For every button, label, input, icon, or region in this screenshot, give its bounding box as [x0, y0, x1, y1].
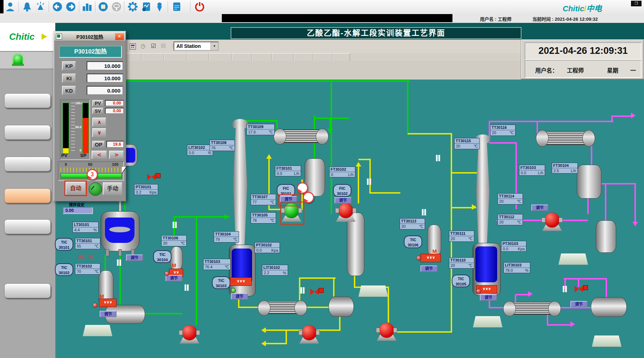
controller-tag[interactable]: TIC30105 [452, 275, 470, 287]
drum-v30108[interactable] [591, 297, 627, 317]
controller-tag[interactable]: TIC30101 [55, 238, 73, 251]
alarm-beacon-icon[interactable] [35, 1, 46, 12]
alarm-column-header[interactable] [252, 53, 272, 61]
trend-report-icon[interactable] [141, 1, 151, 12]
reactor-r30101[interactable] [101, 205, 139, 251]
condenser-e30106[interactable] [511, 302, 553, 315]
station-filter-select[interactable]: All Station ▼ [174, 42, 219, 51]
action-button[interactable] [83, 325, 112, 336]
adjust-button[interactable]: 调节 [100, 311, 117, 317]
controller-tag[interactable]: TIC30106 [404, 235, 422, 248]
decrease-button[interactable]: ∨ [92, 128, 106, 137]
pump-p30106[interactable] [544, 212, 560, 228]
op-decrement-button[interactable]: < [92, 151, 107, 159]
sidebar-nav-button[interactable] [4, 157, 51, 171]
instrument-tag[interactable]: TT30110 20℃ [449, 257, 474, 269]
instrument-tag[interactable]: TT30104 79℃ [214, 231, 239, 243]
pid-param-value[interactable]: 10.000 [87, 74, 123, 83]
user-icon[interactable] [5, 1, 15, 12]
op-increment-button[interactable]: > [109, 151, 124, 159]
instrument-tag[interactable]: LT30101 4.4% [73, 222, 99, 233]
instrument-tag[interactable]: TT30101 55℃ [75, 238, 100, 249]
drum-v30106[interactable] [577, 165, 601, 199]
alarm-column-header[interactable] [272, 53, 294, 61]
popup-titlebar[interactable]: P30102加热 × [54, 32, 125, 41]
instrument-tag[interactable]: TT30103 76.4℃ [203, 259, 231, 270]
valve-mv30101[interactable] [147, 174, 156, 180]
instrument-tag[interactable]: TT30116 20℃ [490, 125, 515, 136]
instrument-tag[interactable]: TT30115 20℃ [454, 138, 480, 149]
alarm-column-header[interactable] [232, 53, 252, 61]
tank-v30107[interactable] [596, 220, 616, 253]
instrument-tag[interactable]: TT30111 20℃ [449, 231, 474, 242]
pump-p30104[interactable] [301, 325, 317, 340]
chevron-down-icon[interactable]: ▼ [211, 42, 218, 50]
drum-v30105[interactable] [329, 296, 354, 317]
instrument-tag[interactable]: PT30101 0.2Kpa [134, 184, 158, 195]
instrument-tag[interactable]: TT30109 17.6℃ [246, 124, 275, 135]
valve-mv30102[interactable] [310, 289, 319, 295]
instrument-tag[interactable]: TT30105 78℃ [251, 212, 276, 224]
alarm-column-header[interactable] [313, 53, 332, 61]
alarm-column-header[interactable] [332, 53, 350, 61]
adjust-button[interactable]: 调节 [126, 255, 143, 261]
window-restore-icon[interactable]: ❐ [631, 1, 642, 6]
pid-param-value[interactable]: 0.000 [87, 86, 123, 95]
condenser-e30102[interactable] [282, 130, 320, 143]
pid-param-value[interactable]: 10.000 [87, 61, 123, 70]
sidebar-nav-button[interactable] [4, 283, 51, 298]
stop-icon[interactable] [98, 1, 108, 12]
action-button[interactable] [358, 285, 388, 297]
pump-p30105[interactable] [379, 322, 394, 338]
column-t30102-stack[interactable] [475, 142, 490, 246]
condenser-e30103[interactable] [266, 301, 299, 314]
stir-setpoint-value[interactable]: 0.00 [63, 207, 93, 214]
action-button[interactable] [558, 253, 588, 265]
alarm-column-header[interactable] [187, 53, 209, 61]
checkbox-checked-icon[interactable]: ☑ [150, 43, 157, 50]
auto-mode-button[interactable]: 自动 [65, 182, 86, 195]
adjust-button[interactable]: 调节 [165, 275, 182, 281]
controller-tag[interactable]: TIC30104 [153, 250, 171, 263]
instrument-tag[interactable]: PT30102 0.0Kpa [255, 242, 280, 253]
checkbox-cross-icon[interactable]: ☒ [160, 43, 167, 50]
sv-value[interactable]: 0.00 [105, 108, 124, 114]
op-value[interactable]: 19.6 [106, 141, 124, 148]
instrument-tag[interactable]: TT30107 77℃ [251, 194, 276, 205]
adjust-button[interactable]: 调节 [480, 294, 497, 301]
valve-mv30103[interactable] [575, 286, 583, 292]
manual-mode-button[interactable]: 手动 [103, 182, 123, 195]
adjust-button[interactable]: 调节 [420, 265, 437, 272]
sidebar-nav-button[interactable] [4, 219, 51, 234]
action-button[interactable] [592, 335, 621, 347]
controller-tag[interactable]: TIC30103 [212, 276, 230, 289]
bar-chart-icon[interactable] [82, 1, 92, 12]
instrument-tag[interactable]: PT30103 0.0Kpa [501, 241, 526, 252]
adjust-button[interactable]: 调节 [334, 197, 351, 203]
instrument-tag[interactable]: TT30106 20℃ [161, 235, 187, 246]
instrument-tag[interactable]: FT30102 0L/h [329, 167, 355, 177]
alarm-bell-icon[interactable] [22, 1, 32, 12]
instrument-tag[interactable]: LIT30102 0.0% [187, 145, 213, 156]
close-icon[interactable]: × [115, 33, 124, 40]
controller-tag[interactable]: FIC30102 [333, 184, 351, 197]
alarm-column-header[interactable] [294, 53, 313, 61]
adjust-button[interactable]: 调节 [570, 301, 587, 307]
pump-p30103[interactable] [338, 203, 354, 218]
adjust-button[interactable]: 调节 [531, 205, 548, 211]
instrument-tag[interactable]: TT30112 20℃ [498, 214, 523, 225]
drum-v30104[interactable] [347, 213, 364, 276]
instrument-tag[interactable]: TT30108 76℃ [210, 140, 235, 151]
alarm-column-header[interactable] [209, 53, 232, 61]
sidebar-nav-button[interactable] [4, 93, 51, 108]
instrument-tag[interactable]: FT30101 0.0L/h [275, 165, 301, 176]
forward-icon[interactable] [65, 1, 76, 12]
controller-tag[interactable]: TIC30102 [55, 263, 73, 276]
clock-icon[interactable]: ◷ [139, 43, 146, 50]
adjust-button[interactable]: 调节 [231, 293, 248, 300]
print-icon[interactable] [130, 43, 136, 50]
instrument-tag[interactable]: LIT30102 2.2% [262, 265, 288, 276]
action-button[interactable] [473, 316, 502, 327]
instrument-tag[interactable]: TT30114 20℃ [498, 193, 523, 205]
condenser-e30105[interactable] [544, 131, 587, 145]
